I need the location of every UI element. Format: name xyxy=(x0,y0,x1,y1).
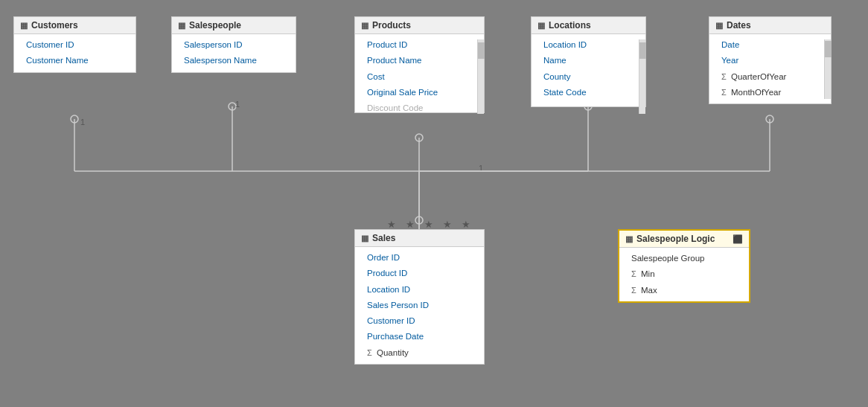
field-discount-code: Discount Code xyxy=(355,100,484,112)
products-body: Product ID Product Name Cost Original Sa… xyxy=(355,34,484,112)
table-icon: ▦ xyxy=(20,21,28,31)
field-product-name: Product Name xyxy=(355,53,484,68)
table-icon-4: ▦ xyxy=(537,21,545,31)
dates-header: ▦ Dates xyxy=(709,17,831,34)
locations-title: Locations xyxy=(549,20,591,31)
svg-text:★: ★ xyxy=(443,219,452,230)
svg-text:1: 1 xyxy=(80,118,85,126)
field-county: County xyxy=(532,69,645,85)
field-sales-customer-id: Customer ID xyxy=(355,313,484,329)
field-salesperson-name: Salesperson Name xyxy=(172,53,296,68)
field-quantity: Σ Quantity xyxy=(355,345,484,361)
salespeople-logic-body: Salespeople Group Σ Min Σ Max xyxy=(619,248,749,301)
products-title: Products xyxy=(372,20,411,31)
field-customer-id: Customer ID xyxy=(14,37,135,53)
salespeople-logic-header: ▦ Salespeople Logic ⬛ xyxy=(619,231,749,248)
svg-point-9 xyxy=(415,134,423,141)
customers-body: Customer ID Customer Name xyxy=(14,34,135,72)
field-sales-product-id: Product ID xyxy=(355,266,484,281)
field-salespeople-group: Salespeople Group xyxy=(619,251,749,266)
products-header: ▦ Products xyxy=(355,17,484,34)
dates-body: Date Year Σ QuarterOfYear Σ MonthOfYear xyxy=(709,34,831,103)
locations-header: ▦ Locations xyxy=(532,17,645,34)
field-quarter-of-year: Σ QuarterOfYear xyxy=(709,69,831,85)
table-icon-6: ▦ xyxy=(361,234,368,243)
table-icon-5: ▦ xyxy=(715,21,723,31)
customers-table: ▦ Customers Customer ID Customer Name xyxy=(13,16,136,73)
field-salesperson-id: Salesperson ID xyxy=(172,37,296,53)
dates-title: Dates xyxy=(727,20,751,31)
field-location-id: Location ID xyxy=(532,37,645,53)
salespeople-title: Salespeople xyxy=(189,20,241,31)
customers-title: Customers xyxy=(31,20,78,31)
field-sales-location-id: Location ID xyxy=(355,282,484,298)
field-state-code: State Code xyxy=(532,85,645,100)
table-icon-7: ▦ xyxy=(625,234,633,244)
field-sales-person-id: Sales Person ID xyxy=(355,298,484,313)
svg-text:★: ★ xyxy=(406,219,415,230)
svg-text:★: ★ xyxy=(462,219,470,230)
sales-header: ▦ Sales xyxy=(355,230,484,247)
field-purchase-date: Purchase Date xyxy=(355,329,484,344)
svg-text:1: 1 xyxy=(479,164,483,173)
salespeople-table: ▦ Salespeople Salesperson ID Salesperson… xyxy=(171,16,296,73)
locations-table: ▦ Locations Location ID Name County Stat… xyxy=(531,16,646,107)
field-date: Date xyxy=(709,37,831,53)
field-order-id: Order ID xyxy=(355,250,484,266)
sales-body: Order ID Product ID Location ID Sales Pe… xyxy=(355,247,484,364)
field-max: Σ Max xyxy=(619,283,749,298)
salespeople-logic-title: Salespeople Logic xyxy=(636,234,715,244)
field-location-name: Name xyxy=(532,53,645,68)
products-table: ▦ Products Product ID Product Name Cost … xyxy=(354,16,485,113)
field-min: Σ Min xyxy=(619,266,749,282)
collapse-icon[interactable]: ⬛ xyxy=(733,234,743,244)
field-original-sale-price: Original Sale Price xyxy=(355,85,484,100)
field-year: Year xyxy=(709,53,831,68)
field-location-more xyxy=(532,100,645,103)
dates-table: ▦ Dates Date Year Σ QuarterOfYear Σ Mont… xyxy=(709,16,832,104)
sales-title: Sales xyxy=(372,233,395,243)
table-icon-3: ▦ xyxy=(361,21,368,31)
svg-text:★: ★ xyxy=(387,219,396,230)
table-icon-2: ▦ xyxy=(178,21,185,31)
field-product-id: Product ID xyxy=(355,37,484,53)
field-month-of-year: Σ MonthOfYear xyxy=(709,85,831,100)
field-cost: Cost xyxy=(355,69,484,85)
svg-point-3 xyxy=(71,115,78,123)
svg-point-23 xyxy=(415,217,423,224)
svg-text:1: 1 xyxy=(235,100,240,109)
locations-body: Location ID Name County State Code xyxy=(532,34,645,106)
salespeople-logic-table: ▦ Salespeople Logic ⬛ Salespeople Group … xyxy=(618,229,750,303)
field-customer-name: Customer Name xyxy=(14,53,135,68)
salespeople-header: ▦ Salespeople xyxy=(172,17,296,34)
sales-table: ▦ Sales Order ID Product ID Location ID … xyxy=(354,229,485,365)
svg-text:★: ★ xyxy=(424,219,433,230)
salespeople-body: Salesperson ID Salesperson Name xyxy=(172,34,296,72)
svg-point-6 xyxy=(229,103,236,110)
svg-point-17 xyxy=(766,115,773,123)
customers-header: ▦ Customers xyxy=(14,17,135,34)
